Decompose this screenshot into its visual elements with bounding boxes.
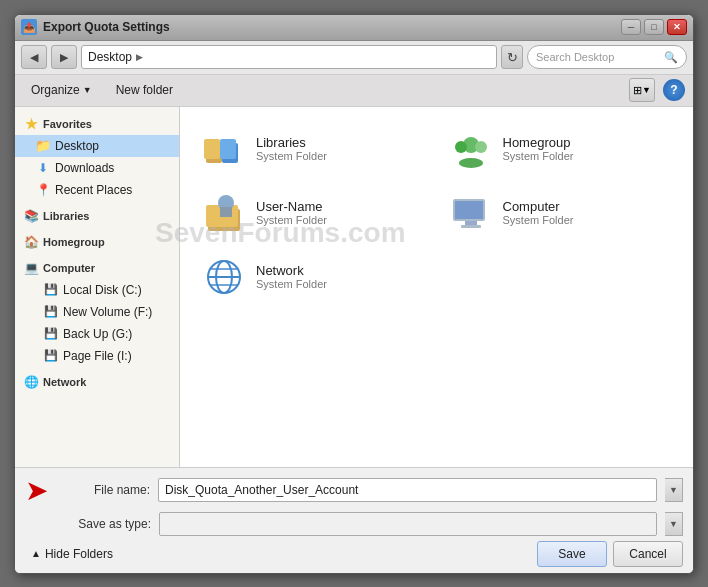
new-volume-icon	[43, 304, 59, 320]
main-area: SevenForums.com Favorites Desktop Downlo…	[15, 107, 693, 467]
favorites-header[interactable]: Favorites	[15, 113, 179, 135]
file-name-row: ➤ File name: ▼	[25, 474, 683, 507]
favorites-label: Favorites	[43, 118, 92, 130]
organize-label: Organize	[31, 83, 80, 97]
libraries-content-type: System Folder	[256, 150, 327, 162]
content-item-libraries[interactable]: Libraries System Folder	[190, 117, 437, 181]
file-name-dropdown[interactable]: ▼	[665, 478, 683, 502]
maximize-button[interactable]: □	[644, 19, 664, 35]
libraries-group: Libraries	[15, 205, 179, 227]
save-button[interactable]: Save	[537, 541, 607, 567]
views-icon: ⊞	[633, 84, 642, 97]
svg-point-5	[455, 141, 467, 153]
local-disk-icon	[43, 282, 59, 298]
libraries-header[interactable]: Libraries	[15, 205, 179, 227]
organize-button[interactable]: Organize ▼	[23, 78, 100, 102]
homegroup-header[interactable]: Homegroup	[15, 231, 179, 253]
content-item-homegroup[interactable]: Homegroup System Folder	[437, 117, 684, 181]
libraries-icon	[23, 208, 39, 224]
content-area: Libraries System Folder Homegroup Syst	[180, 107, 693, 467]
sidebar-item-recent-places[interactable]: Recent Places	[15, 179, 179, 201]
recent-places-label: Recent Places	[55, 183, 132, 197]
sidebar: Favorites Desktop Downloads Recent Place…	[15, 107, 180, 467]
username-content-name: User-Name	[256, 199, 327, 214]
address-location: Desktop	[88, 50, 132, 64]
svg-rect-14	[465, 221, 477, 225]
hide-folders-button[interactable]: ▲ Hide Folders	[25, 545, 119, 563]
cancel-button[interactable]: Cancel	[613, 541, 683, 567]
network-content-icon	[200, 253, 248, 301]
title-bar: 📤 Export Quota Settings ─ □ ✕	[15, 15, 693, 41]
save-as-dropdown[interactable]: ▼	[665, 512, 683, 536]
new-folder-button[interactable]: New folder	[108, 78, 181, 102]
close-button[interactable]: ✕	[667, 19, 687, 35]
computer-content-name: Computer	[503, 199, 574, 214]
content-item-username[interactable]: User-Name System Folder	[190, 181, 437, 245]
downloads-icon	[35, 160, 51, 176]
network-label: Network	[43, 376, 86, 388]
views-button[interactable]: ⊞ ▼	[629, 78, 655, 102]
homegroup-content-name: Homegroup	[503, 135, 574, 150]
svg-point-7	[459, 158, 483, 168]
views-dropdown-icon: ▼	[642, 85, 651, 95]
homegroup-icon	[23, 234, 39, 250]
favorites-group: Favorites Desktop Downloads Recent Place…	[15, 113, 179, 201]
forward-button[interactable]: ▶	[51, 45, 77, 69]
search-box[interactable]: Search Desktop 🔍	[527, 45, 687, 69]
sidebar-item-local-disk[interactable]: Local Disk (C:)	[15, 279, 179, 301]
svg-rect-3	[220, 139, 236, 159]
svg-rect-1	[204, 139, 220, 159]
address-field[interactable]: Desktop ▶	[81, 45, 497, 69]
window-icon: 📤	[21, 19, 37, 35]
save-as-input[interactable]	[159, 512, 657, 536]
favorites-icon	[23, 116, 39, 132]
file-name-input[interactable]	[158, 478, 657, 502]
sidebar-item-desktop[interactable]: Desktop	[15, 135, 179, 157]
computer-sidebar-icon	[23, 260, 39, 276]
network-group: Network	[15, 371, 179, 393]
window-title: Export Quota Settings	[43, 20, 621, 34]
network-header[interactable]: Network	[15, 371, 179, 393]
network-content-type: System Folder	[256, 278, 327, 290]
downloads-label: Downloads	[55, 161, 114, 175]
svg-rect-15	[461, 225, 481, 228]
content-item-computer[interactable]: Computer System Folder	[437, 181, 684, 245]
back-up-icon	[43, 326, 59, 342]
page-file-label: Page File (I:)	[63, 349, 132, 363]
username-content-type: System Folder	[256, 214, 327, 226]
back-up-label: Back Up (G:)	[63, 327, 132, 341]
bottom-bar: ➤ File name: ▼ Save as type: ▼ ▲ Hide Fo…	[15, 467, 693, 573]
desktop-folder-icon	[35, 138, 51, 154]
network-sidebar-icon	[23, 374, 39, 390]
save-as-label: Save as type:	[61, 517, 151, 531]
svg-point-6	[475, 141, 487, 153]
sidebar-item-downloads[interactable]: Downloads	[15, 157, 179, 179]
minimize-button[interactable]: ─	[621, 19, 641, 35]
action-buttons: Save Cancel	[537, 541, 683, 567]
back-button[interactable]: ◀	[21, 45, 47, 69]
refresh-button[interactable]: ↻	[501, 45, 523, 69]
svg-rect-13	[455, 201, 483, 219]
homegroup-label: Homegroup	[43, 236, 105, 248]
username-content-icon	[200, 189, 248, 237]
recent-places-icon	[35, 182, 51, 198]
sidebar-item-page-file[interactable]: Page File (I:)	[15, 345, 179, 367]
computer-content-icon	[447, 189, 495, 237]
local-disk-label: Local Disk (C:)	[63, 283, 142, 297]
content-item-network[interactable]: Network System Folder	[190, 245, 437, 309]
network-content-name: Network	[256, 263, 327, 278]
export-quota-dialog: 📤 Export Quota Settings ─ □ ✕ ◀ ▶ Deskto…	[14, 14, 694, 574]
help-button[interactable]: ?	[663, 79, 685, 101]
search-placeholder: Search Desktop	[536, 51, 614, 63]
desktop-label: Desktop	[55, 139, 99, 153]
hide-folders-arrow-icon: ▲	[31, 548, 41, 559]
libraries-content-icon	[200, 125, 248, 173]
homegroup-group: Homegroup	[15, 231, 179, 253]
computer-header[interactable]: Computer	[15, 257, 179, 279]
search-icon: 🔍	[664, 51, 678, 64]
red-arrow-icon: ➤	[25, 474, 48, 507]
svg-rect-11	[220, 207, 232, 217]
sidebar-item-new-volume[interactable]: New Volume (F:)	[15, 301, 179, 323]
address-bar: ◀ ▶ Desktop ▶ ↻ Search Desktop 🔍	[15, 41, 693, 75]
sidebar-item-back-up[interactable]: Back Up (G:)	[15, 323, 179, 345]
